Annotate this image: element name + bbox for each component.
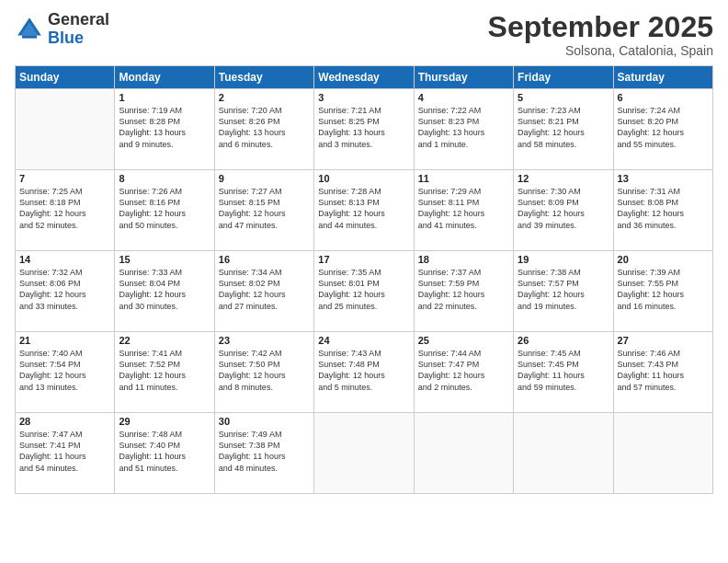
calendar-cell: 6Sunrise: 7:24 AMSunset: 8:20 PMDaylight… — [613, 89, 712, 170]
calendar-cell: 9Sunrise: 7:27 AMSunset: 8:15 PMDaylight… — [214, 170, 313, 251]
day-number: 28 — [19, 416, 110, 427]
day-info: Sunrise: 7:39 AMSunset: 7:55 PMDaylight:… — [618, 267, 709, 312]
calendar-cell: 14Sunrise: 7:32 AMSunset: 8:06 PMDayligh… — [16, 251, 115, 332]
day-info: Sunrise: 7:23 AMSunset: 8:21 PMDaylight:… — [518, 105, 609, 150]
calendar-cell: 15Sunrise: 7:33 AMSunset: 8:04 PMDayligh… — [115, 251, 214, 332]
day-info: Sunrise: 7:31 AMSunset: 8:08 PMDaylight:… — [618, 186, 709, 231]
day-number: 18 — [418, 254, 509, 265]
calendar-cell: 3Sunrise: 7:21 AMSunset: 8:25 PMDaylight… — [314, 89, 414, 170]
day-number: 15 — [119, 254, 210, 265]
logo-blue: Blue — [48, 29, 109, 48]
day-info: Sunrise: 7:49 AMSunset: 7:38 PMDaylight:… — [219, 429, 310, 474]
calendar-body: 1Sunrise: 7:19 AMSunset: 8:28 PMDaylight… — [16, 89, 713, 494]
calendar: SundayMondayTuesdayWednesdayThursdayFrid… — [15, 65, 713, 494]
day-info: Sunrise: 7:37 AMSunset: 7:59 PMDaylight:… — [418, 267, 509, 312]
page: General Blue September 2025 Solsona, Cat… — [0, 0, 728, 563]
day-number: 13 — [618, 173, 709, 184]
logo-general: General — [48, 11, 109, 29]
title-block: September 2025 Solsona, Catalonia, Spain — [488, 11, 713, 58]
day-number: 12 — [518, 173, 609, 184]
calendar-cell — [414, 413, 513, 494]
calendar-header-row: SundayMondayTuesdayWednesdayThursdayFrid… — [16, 66, 713, 89]
calendar-cell: 16Sunrise: 7:34 AMSunset: 8:02 PMDayligh… — [214, 251, 313, 332]
calendar-cell: 22Sunrise: 7:41 AMSunset: 7:52 PMDayligh… — [115, 332, 214, 413]
day-info: Sunrise: 7:38 AMSunset: 7:57 PMDaylight:… — [518, 267, 609, 312]
day-number: 1 — [119, 92, 210, 103]
day-number: 17 — [318, 254, 409, 265]
day-info: Sunrise: 7:47 AMSunset: 7:41 PMDaylight:… — [19, 429, 110, 474]
day-number: 23 — [219, 335, 310, 346]
day-number: 21 — [19, 335, 110, 346]
day-number: 20 — [618, 254, 709, 265]
calendar-cell: 19Sunrise: 7:38 AMSunset: 7:57 PMDayligh… — [514, 251, 613, 332]
day-number: 16 — [219, 254, 310, 265]
calendar-cell: 12Sunrise: 7:30 AMSunset: 8:09 PMDayligh… — [514, 170, 613, 251]
weekday-header: Thursday — [414, 66, 513, 89]
logo-icon — [15, 15, 44, 44]
day-info: Sunrise: 7:45 AMSunset: 7:45 PMDaylight:… — [518, 348, 609, 393]
day-number: 8 — [119, 173, 210, 184]
calendar-cell: 1Sunrise: 7:19 AMSunset: 8:28 PMDaylight… — [115, 89, 214, 170]
weekday-header: Saturday — [613, 66, 712, 89]
weekday-header: Wednesday — [314, 66, 414, 89]
day-number: 24 — [318, 335, 409, 346]
day-info: Sunrise: 7:33 AMSunset: 8:04 PMDaylight:… — [119, 267, 210, 312]
day-info: Sunrise: 7:46 AMSunset: 7:43 PMDaylight:… — [618, 348, 709, 393]
day-number: 3 — [318, 92, 409, 103]
calendar-cell: 30Sunrise: 7:49 AMSunset: 7:38 PMDayligh… — [214, 413, 313, 494]
calendar-cell — [514, 413, 613, 494]
calendar-cell: 23Sunrise: 7:42 AMSunset: 7:50 PMDayligh… — [214, 332, 313, 413]
day-number: 6 — [618, 92, 709, 103]
location: Solsona, Catalonia, Spain — [488, 43, 713, 58]
day-info: Sunrise: 7:41 AMSunset: 7:52 PMDaylight:… — [119, 348, 210, 393]
day-info: Sunrise: 7:19 AMSunset: 8:28 PMDaylight:… — [119, 105, 210, 150]
calendar-cell: 4Sunrise: 7:22 AMSunset: 8:23 PMDaylight… — [414, 89, 513, 170]
calendar-cell — [314, 413, 414, 494]
calendar-week-row: 21Sunrise: 7:40 AMSunset: 7:54 PMDayligh… — [16, 332, 713, 413]
calendar-cell: 17Sunrise: 7:35 AMSunset: 8:01 PMDayligh… — [314, 251, 414, 332]
day-info: Sunrise: 7:30 AMSunset: 8:09 PMDaylight:… — [518, 186, 609, 231]
day-info: Sunrise: 7:20 AMSunset: 8:26 PMDaylight:… — [219, 105, 310, 150]
calendar-week-row: 28Sunrise: 7:47 AMSunset: 7:41 PMDayligh… — [16, 413, 713, 494]
weekday-header: Monday — [115, 66, 214, 89]
calendar-cell: 8Sunrise: 7:26 AMSunset: 8:16 PMDaylight… — [115, 170, 214, 251]
calendar-cell: 25Sunrise: 7:44 AMSunset: 7:47 PMDayligh… — [414, 332, 513, 413]
day-number: 27 — [618, 335, 709, 346]
calendar-week-row: 14Sunrise: 7:32 AMSunset: 8:06 PMDayligh… — [16, 251, 713, 332]
calendar-week-row: 7Sunrise: 7:25 AMSunset: 8:18 PMDaylight… — [16, 170, 713, 251]
day-info: Sunrise: 7:32 AMSunset: 8:06 PMDaylight:… — [19, 267, 110, 312]
calendar-cell: 27Sunrise: 7:46 AMSunset: 7:43 PMDayligh… — [613, 332, 712, 413]
calendar-cell: 21Sunrise: 7:40 AMSunset: 7:54 PMDayligh… — [16, 332, 115, 413]
calendar-cell: 18Sunrise: 7:37 AMSunset: 7:59 PMDayligh… — [414, 251, 513, 332]
day-number: 2 — [219, 92, 310, 103]
calendar-cell: 7Sunrise: 7:25 AMSunset: 8:18 PMDaylight… — [16, 170, 115, 251]
day-info: Sunrise: 7:34 AMSunset: 8:02 PMDaylight:… — [219, 267, 310, 312]
logo-text: General Blue — [48, 11, 109, 48]
header: General Blue September 2025 Solsona, Cat… — [15, 11, 713, 58]
calendar-cell: 5Sunrise: 7:23 AMSunset: 8:21 PMDaylight… — [514, 89, 613, 170]
day-info: Sunrise: 7:28 AMSunset: 8:13 PMDaylight:… — [318, 186, 409, 231]
day-info: Sunrise: 7:29 AMSunset: 8:11 PMDaylight:… — [418, 186, 509, 231]
day-info: Sunrise: 7:48 AMSunset: 7:40 PMDaylight:… — [119, 429, 210, 474]
calendar-cell: 28Sunrise: 7:47 AMSunset: 7:41 PMDayligh… — [16, 413, 115, 494]
day-number: 10 — [318, 173, 409, 184]
day-number: 11 — [418, 173, 509, 184]
day-info: Sunrise: 7:35 AMSunset: 8:01 PMDaylight:… — [318, 267, 409, 312]
calendar-cell: 2Sunrise: 7:20 AMSunset: 8:26 PMDaylight… — [214, 89, 313, 170]
day-info: Sunrise: 7:27 AMSunset: 8:15 PMDaylight:… — [219, 186, 310, 231]
day-info: Sunrise: 7:22 AMSunset: 8:23 PMDaylight:… — [418, 105, 509, 150]
day-number: 26 — [518, 335, 609, 346]
calendar-cell: 29Sunrise: 7:48 AMSunset: 7:40 PMDayligh… — [115, 413, 214, 494]
calendar-cell — [613, 413, 712, 494]
calendar-cell: 11Sunrise: 7:29 AMSunset: 8:11 PMDayligh… — [414, 170, 513, 251]
calendar-cell: 26Sunrise: 7:45 AMSunset: 7:45 PMDayligh… — [514, 332, 613, 413]
day-number: 25 — [418, 335, 509, 346]
day-number: 4 — [418, 92, 509, 103]
day-number: 5 — [518, 92, 609, 103]
day-info: Sunrise: 7:24 AMSunset: 8:20 PMDaylight:… — [618, 105, 709, 150]
day-info: Sunrise: 7:26 AMSunset: 8:16 PMDaylight:… — [119, 186, 210, 231]
day-number: 29 — [119, 416, 210, 427]
day-number: 30 — [219, 416, 310, 427]
calendar-cell: 10Sunrise: 7:28 AMSunset: 8:13 PMDayligh… — [314, 170, 414, 251]
logo: General Blue — [15, 11, 109, 48]
